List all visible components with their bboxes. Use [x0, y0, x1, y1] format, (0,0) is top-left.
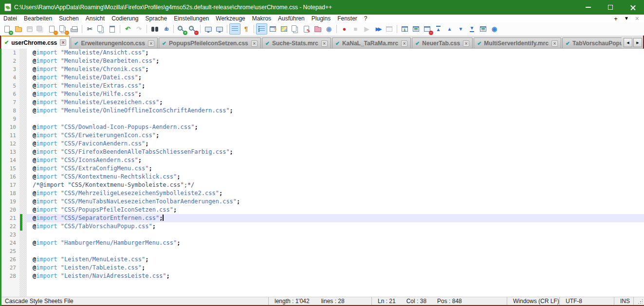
- sync-horizontal-scroll-icon[interactable]: [214, 23, 225, 35]
- jump-prev-icon[interactable]: ▲: [444, 23, 455, 35]
- tab-close-icon[interactable]: ×: [148, 40, 154, 47]
- find-icon[interactable]: [149, 23, 160, 35]
- menu-item-makros[interactable]: Makros: [249, 15, 275, 22]
- resize-grip[interactable]: [633, 297, 644, 305]
- code-line-27[interactable]: 27@import "Leisten/TabLeiste.css";: [0, 264, 644, 272]
- code-line-25[interactable]: 25: [0, 247, 644, 255]
- tab-userchrome-css[interactable]: ✔userChrome.css×: [1, 36, 70, 49]
- code-line-3[interactable]: 3@import "Menuleiste/Chronik.css";: [0, 65, 644, 73]
- tab-suche-stats-mrc[interactable]: ✔Suche-Stats.mrc×: [262, 37, 331, 49]
- jump-last-icon[interactable]: ▼: [466, 23, 478, 35]
- menu-item-suchen[interactable]: Suchen: [55, 15, 82, 22]
- show-all-characters-icon[interactable]: ¶: [240, 23, 252, 35]
- indent-guide-icon[interactable]: [256, 23, 267, 35]
- menu-item-codierung[interactable]: Codierung: [108, 15, 142, 22]
- tab-multiserveridentify-mrc[interactable]: ✔MultiServerIdentify.mrc×: [474, 37, 561, 49]
- code-line-13[interactable]: 13@import "CSS/FirefoxBeendenAlleTabsSch…: [0, 148, 644, 156]
- code-line-23[interactable]: 23: [0, 231, 644, 239]
- close-all-icon[interactable]: −: [57, 23, 69, 35]
- tab-neuertab-css[interactable]: ✔NeuerTab.css×: [412, 37, 473, 49]
- code-line-19[interactable]: 19@import "CSS/MenuTabsNavLesezeichenToo…: [0, 198, 644, 206]
- menu-item-ansicht[interactable]: Ansicht: [82, 15, 108, 22]
- menu-item-datei[interactable]: Datei: [0, 15, 20, 22]
- macro-record-icon[interactable]: ●: [339, 23, 350, 35]
- code-line-26[interactable]: 26@import "Leisten/MenuLeiste.css";: [0, 255, 644, 264]
- save-file-icon[interactable]: [24, 23, 35, 35]
- code-line-11[interactable]: 11@import "CSS/ErweiterungenIcon.css";: [0, 131, 644, 140]
- jump-next-icon[interactable]: ▼: [455, 23, 466, 35]
- macro-save-icon[interactable]: [384, 23, 395, 35]
- code-line-9[interactable]: 9: [0, 115, 644, 123]
- editor[interactable]: 1@import "Menuleiste/Ansicht.css";2@impo…: [0, 49, 644, 297]
- menu-item-werkzeuge[interactable]: Werkzeuge: [212, 15, 248, 22]
- tab-close-icon[interactable]: ×: [552, 40, 558, 47]
- status-encoding[interactable]: UTF-8: [559, 297, 614, 305]
- tab-close-icon[interactable]: ×: [463, 40, 469, 47]
- code-line-28[interactable]: 28@import "Leisten/NaviAdressLeiste.css"…: [0, 272, 644, 280]
- code-line-5[interactable]: 5@import "Menuleiste/Extras.css";: [0, 82, 644, 90]
- open-file-icon[interactable]: [13, 23, 24, 35]
- zoom-in-icon[interactable]: +: [176, 23, 187, 35]
- folder-as-workspace-icon[interactable]: [312, 23, 323, 35]
- code-line-6[interactable]: 6@import "Menuleiste/Hilfe.css";: [0, 90, 644, 98]
- menu-item-einstellungen[interactable]: Einstellungen: [170, 15, 212, 22]
- paste-icon[interactable]: [107, 23, 118, 35]
- bookmark-clear-icon[interactable]: −: [422, 23, 433, 35]
- menu-item-ausf-hren[interactable]: Ausführen: [275, 15, 308, 22]
- code-line-10[interactable]: 10@import "CSS/Download-Icon-Popups-Aend…: [0, 123, 644, 131]
- jump-first-icon[interactable]: ▲: [433, 23, 444, 35]
- print-icon[interactable]: [69, 23, 80, 35]
- status-eol-format[interactable]: Windows (CR LF): [507, 297, 559, 305]
- code-line-4[interactable]: 4@import "Menuleiste/Datei.css";: [0, 73, 644, 82]
- close-button[interactable]: [622, 0, 644, 15]
- tab-close-icon[interactable]: ×: [60, 39, 66, 46]
- document-map-icon[interactable]: [290, 23, 301, 35]
- tab-popupspfeileiconsetzen-css[interactable]: ✔PopupsPfeileIconSetzen.css×: [159, 37, 261, 49]
- zoom-out-icon[interactable]: −: [187, 23, 198, 35]
- code-line-7[interactable]: 7@import "Menuleiste/Lesezeichen.css";: [0, 98, 644, 107]
- save-all-icon[interactable]: [35, 23, 46, 35]
- tab-tabvorschaupopup-css[interactable]: ✔TabVorschauPopup.css×: [562, 37, 622, 49]
- new-tab-button[interactable]: +: [614, 16, 618, 22]
- close-tab-icon[interactable]: ×: [635, 15, 639, 22]
- tab-close-icon[interactable]: ×: [401, 40, 407, 47]
- accept-changes-icon[interactable]: [478, 23, 489, 35]
- code-line-21[interactable]: 21@import "CSS/SeparatorEntfernen.css";: [0, 214, 644, 222]
- scroll-tabs-right-button[interactable]: ▶: [633, 38, 642, 47]
- code-line-15[interactable]: 15@import "CSS/ExtraConfigMenu.css";: [0, 164, 644, 173]
- user-defined-dialog-icon[interactable]: [267, 23, 278, 35]
- code-line-24[interactable]: 24@import "HamburgerMenu/HamburgerMenu.c…: [0, 239, 644, 247]
- status-caret-position[interactable]: Ln : 21 Col : 38 Pos : 848: [371, 297, 507, 305]
- macro-run-multiple-icon[interactable]: ▶▶: [372, 23, 384, 35]
- minimize-button[interactable]: [577, 0, 599, 15]
- close-file-icon[interactable]: −: [46, 23, 57, 35]
- macro-stop-icon[interactable]: ■: [350, 23, 361, 35]
- code-line-16[interactable]: 16@import "CSS/Kontextmenu-Rechtsklick.c…: [0, 173, 644, 181]
- bookmark-toggle-icon[interactable]: [410, 23, 422, 35]
- menu-item-help[interactable]: ?: [361, 15, 371, 22]
- status-length-lines[interactable]: length : 1'042 lines : 28: [268, 297, 371, 305]
- redo-icon[interactable]: ↷: [133, 23, 145, 35]
- menu-item-plugins[interactable]: Plugins: [308, 15, 334, 22]
- macro-play-icon[interactable]: ▶: [361, 23, 372, 35]
- document-switcher-icon[interactable]: [301, 23, 312, 35]
- tab-erweiterungenicon-css[interactable]: ✔ErweiterungenIcon.css×: [71, 37, 158, 49]
- tab-kanal-tarama-mrc[interactable]: ✔KaNaL_TaRaMa.mrc×: [332, 37, 411, 49]
- maximize-button[interactable]: [599, 0, 622, 15]
- file-browser-icon[interactable]: ◉: [323, 23, 334, 35]
- tab-close-icon[interactable]: ×: [251, 40, 258, 47]
- code-line-20[interactable]: 20@import "CSS/PopupsPfeileIconSetzen.cs…: [0, 206, 644, 214]
- code-line-18[interactable]: 18@import "CSS/MehrzeiligeLesezeichenSym…: [0, 189, 644, 198]
- code-line-2[interactable]: 2@import "Menuleiste/Bearbeiten.css";: [0, 57, 644, 65]
- scroll-tabs-left-button[interactable]: ◀: [624, 38, 632, 47]
- code-line-22[interactable]: 22@import "CSS/TabVorschauPopup.css";: [0, 222, 644, 231]
- code-line-8[interactable]: 8@import "Menuleiste/OnlineOfflineIconSc…: [0, 107, 644, 115]
- menu-item-fenster[interactable]: Fenster: [334, 15, 361, 22]
- cut-icon[interactable]: ✂: [84, 23, 95, 35]
- code-line-1[interactable]: 1@import "Menuleiste/Ansicht.css";: [0, 49, 644, 57]
- copy-icon[interactable]: [95, 23, 107, 35]
- tab-close-icon[interactable]: ×: [321, 40, 328, 47]
- new-file-icon[interactable]: +: [1, 23, 13, 35]
- bookmark-line-1-icon[interactable]: [399, 23, 410, 35]
- word-wrap-icon[interactable]: [229, 23, 240, 35]
